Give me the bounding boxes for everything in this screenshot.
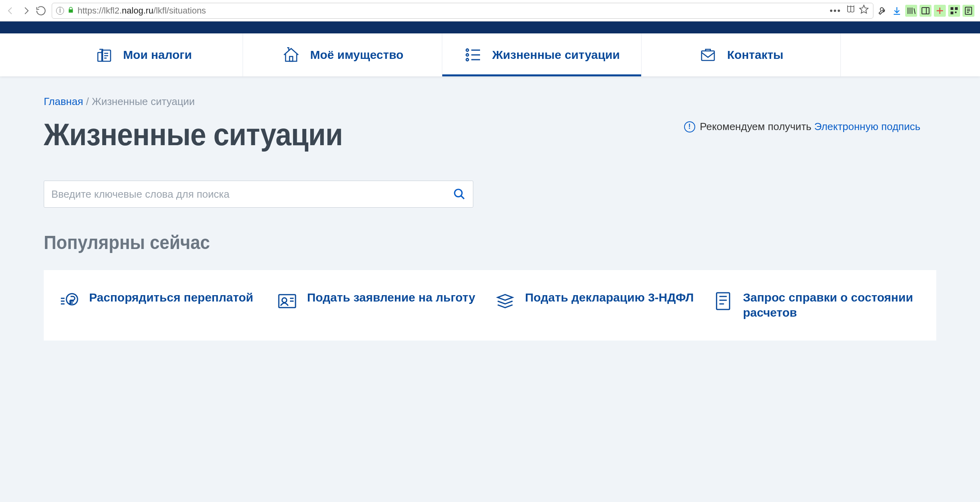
nav-label: Моё имущество xyxy=(310,48,404,62)
download-icon[interactable] xyxy=(891,5,903,17)
url-bar[interactable]: i https://lkfl2.nalog.ru/lkfl/situations… xyxy=(52,3,873,19)
url-text: https://lkfl2.nalog.ru/lkfl/situations xyxy=(78,6,826,16)
breadcrumb-home[interactable]: Главная xyxy=(44,95,83,107)
document-lines-icon xyxy=(712,290,734,312)
nav-label: Мои налоги xyxy=(123,48,192,62)
browser-extensions xyxy=(877,5,977,17)
breadcrumb-current: Жизненные ситуации xyxy=(92,95,195,107)
nav-my-property[interactable]: Моё имущество xyxy=(243,33,442,76)
list-icon xyxy=(463,45,482,64)
plus-cross-icon[interactable] xyxy=(934,5,946,17)
documents-stack-icon xyxy=(494,290,516,312)
svg-point-13 xyxy=(455,189,462,197)
id-card-icon xyxy=(276,290,298,312)
info-circle-icon: ! xyxy=(684,121,695,132)
site-info-icon[interactable]: i xyxy=(56,7,64,15)
house-icon xyxy=(282,45,301,64)
svg-rect-3 xyxy=(951,12,953,14)
svg-rect-4 xyxy=(955,12,957,13)
digital-signature-link[interactable]: Электронную подпись xyxy=(814,121,920,132)
forward-button[interactable] xyxy=(18,3,33,18)
svg-rect-17 xyxy=(717,293,730,309)
svg-rect-1 xyxy=(951,7,953,10)
card-title: Запрос справки о состоянии расчетов xyxy=(743,290,922,321)
browser-toolbar: i https://lkfl2.nalog.ru/lkfl/situations… xyxy=(0,0,980,21)
notes-icon[interactable] xyxy=(962,5,974,17)
card-overpayment[interactable]: Распорядиться переплатой xyxy=(58,290,268,321)
bookmark-star-icon[interactable] xyxy=(859,4,869,17)
nav-contacts[interactable]: Контакты xyxy=(642,33,841,76)
svg-point-16 xyxy=(282,298,287,303)
reload-button[interactable] xyxy=(33,3,49,18)
card-declaration-3ndfl[interactable]: Подать декларацию 3-НДФЛ xyxy=(494,290,704,321)
svg-point-10 xyxy=(466,54,469,56)
taxes-icon xyxy=(95,45,114,64)
recommend-banner: ! Рекомендуем получить Электронную подпи… xyxy=(684,121,921,133)
nav-life-situations[interactable]: Жизненные ситуации xyxy=(442,33,642,76)
apps-grid-icon[interactable] xyxy=(948,5,960,17)
popular-cards: Распорядиться переплатой Подать заявлени… xyxy=(44,270,936,341)
nav-label: Жизненные ситуации xyxy=(492,48,620,62)
wrench-icon[interactable] xyxy=(877,5,889,17)
back-button[interactable] xyxy=(3,3,18,18)
nav-label: Контакты xyxy=(727,48,783,62)
card-benefit-application[interactable]: Подать заявление на льготу xyxy=(276,290,486,321)
search-box[interactable] xyxy=(44,181,473,208)
card-title: Подать декларацию 3-НДФЛ xyxy=(525,290,694,305)
card-title: Распорядиться переплатой xyxy=(89,290,253,305)
popular-heading: Популярны сейчас xyxy=(44,232,865,253)
lock-icon xyxy=(67,6,74,16)
svg-rect-2 xyxy=(955,7,958,10)
svg-rect-8 xyxy=(290,56,293,61)
ruble-coins-icon xyxy=(58,290,80,312)
card-title: Подать заявление на льготу xyxy=(307,290,475,305)
svg-rect-12 xyxy=(702,51,714,60)
envelope-icon xyxy=(698,45,718,64)
svg-point-11 xyxy=(466,58,469,61)
svg-point-9 xyxy=(466,49,469,51)
library-icon[interactable] xyxy=(905,5,917,17)
search-input[interactable] xyxy=(51,188,453,200)
page-actions-menu[interactable]: ••• xyxy=(830,6,841,16)
reader-mode-icon[interactable] xyxy=(846,5,856,17)
svg-rect-0 xyxy=(922,8,929,14)
nav-my-taxes[interactable]: Мои налоги xyxy=(44,33,243,76)
page-title: Жизненные ситуации xyxy=(44,117,342,153)
main-nav: Мои налоги Моё имущество Жизненные ситуа… xyxy=(0,33,980,76)
top-band xyxy=(0,21,980,33)
sidebar-icon[interactable] xyxy=(920,5,931,17)
card-statement-request[interactable]: Запрос справки о состоянии расчетов xyxy=(712,290,922,321)
search-icon[interactable] xyxy=(453,188,466,200)
breadcrumb: Главная / Жизненные ситуации xyxy=(44,95,936,108)
